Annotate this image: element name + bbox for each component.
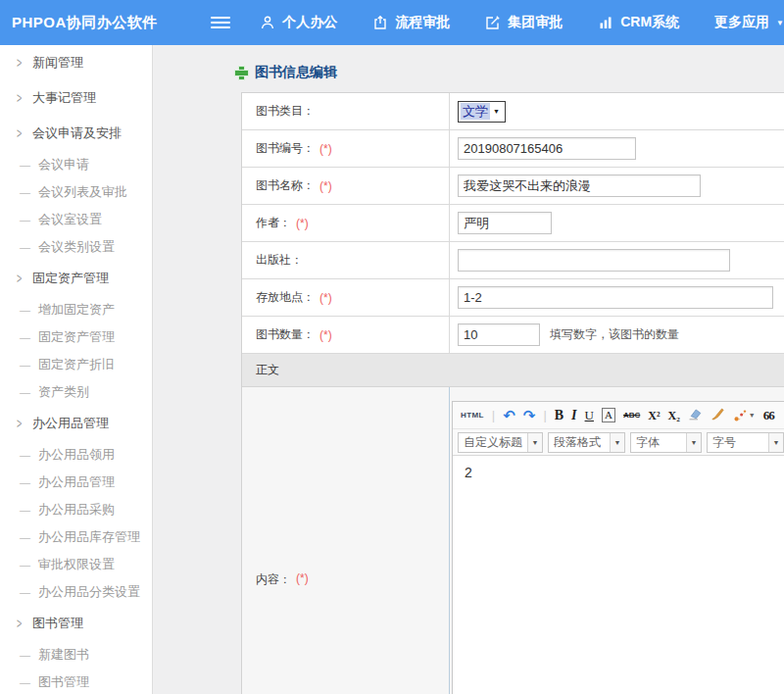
nav-process-approval[interactable]: 流程审批 — [372, 14, 450, 31]
sidebar-group-supplies[interactable]: >办公用品管理 — [0, 406, 152, 441]
main-content: 图书信息编辑 图书类目： 文学 ▼ 图书编号：(*) 图书名称：(*) — [153, 45, 784, 694]
sidebar-item-meeting-list[interactable]: —会议列表及审批 — [0, 178, 152, 206]
eraser-button[interactable] — [688, 407, 703, 423]
caret-down-icon: ▼ — [490, 108, 503, 115]
book-code-input[interactable] — [458, 137, 636, 160]
blockquote-button[interactable]: 66 — [763, 409, 774, 421]
form-row-content: 内容：(*) HTML | ↶ ↷ | B I U A — [242, 387, 784, 694]
format-brush-button[interactable] — [710, 407, 725, 423]
sidebar-group-assets[interactable]: >固定资产管理 — [0, 261, 152, 296]
nav-crm-system[interactable]: CRM系统 — [598, 14, 679, 31]
sidebar-item-supplies-manage[interactable]: —办公用品管理 — [0, 469, 152, 496]
sidebar-item-label: 办公用品管理 — [38, 473, 115, 491]
editor-content-area[interactable]: 2 — [453, 456, 784, 694]
nav-more-apps[interactable]: 更多应用 ▼ — [714, 14, 784, 31]
sidebar-item-supplies-purchase[interactable]: —办公用品采购 — [0, 496, 152, 523]
sidebar-item-label: 固定资产管理 — [38, 328, 115, 346]
sidebar-item-asset-depreciation[interactable]: —固定资产折旧 — [0, 351, 152, 378]
caret-down-icon: ▼ — [527, 433, 542, 452]
bar-chart-icon — [598, 15, 613, 30]
dropdown-value: 字号 — [708, 433, 768, 452]
author-input[interactable] — [458, 212, 552, 234]
top-header: PHPOA协同办公软件 个人办公 流程审批 集团审批 CRM系统 — [0, 0, 784, 45]
sidebar-item-label: 新建图书 — [38, 646, 89, 664]
sidebar-item-asset-manage[interactable]: —固定资产管理 — [0, 323, 152, 351]
hamburger-menu-icon[interactable] — [211, 14, 230, 31]
bold-button[interactable]: B — [555, 409, 564, 422]
publisher-input[interactable] — [458, 249, 730, 272]
dash-icon: — — [20, 214, 30, 225]
dash-icon: — — [20, 531, 30, 543]
strikethrough-button[interactable]: ABC — [623, 412, 640, 420]
undo-button[interactable]: ↶ — [503, 408, 515, 422]
sidebar-group-label: 固定资产管理 — [32, 270, 109, 287]
location-input[interactable] — [458, 286, 773, 309]
book-name-input[interactable] — [458, 174, 701, 197]
sidebar-item-meeting-apply[interactable]: —会议申请 — [0, 151, 152, 178]
sidebar-item-label: 办公用品分类设置 — [38, 583, 140, 601]
dash-icon: — — [20, 586, 30, 598]
caret-down-icon: ▼ — [610, 433, 624, 452]
chevron-right-icon: > — [17, 271, 22, 287]
chevron-right-icon: > — [17, 416, 22, 432]
form-row-category: 图书类目： 文学 ▼ — [242, 93, 784, 130]
field-label: 存放地点：(*) — [242, 279, 450, 316]
form-row-quantity: 图书数量：(*) 填写数字，该图书的数量 — [242, 317, 784, 354]
superscript-button[interactable]: X² — [648, 410, 660, 421]
sidebar-group-books[interactable]: >图书管理 — [0, 606, 152, 641]
sidebar-item-label: 图书管理 — [38, 673, 89, 691]
font-size-dropdown[interactable]: 字号 ▼ — [707, 432, 784, 453]
subscript-button[interactable]: X₂ — [668, 410, 680, 421]
dash-icon: — — [20, 476, 30, 488]
selected-option: 文学 — [461, 103, 490, 120]
sidebar-item-meeting-room[interactable]: —会议室设置 — [0, 206, 152, 233]
font-color-button[interactable]: A — [602, 408, 615, 422]
custom-title-dropdown[interactable]: 自定义标题 ▼ — [458, 432, 543, 453]
dash-icon: — — [20, 559, 30, 570]
field-label: 图书编号：(*) — [242, 130, 450, 167]
nav-group-approval[interactable]: 集团审批 — [485, 14, 563, 31]
sidebar-item-supplies-claim[interactable]: —办公用品领用 — [0, 441, 152, 469]
field-label: 作者：(*) — [242, 205, 450, 241]
html-source-button[interactable]: HTML — [461, 412, 484, 420]
sidebar-item-asset-category[interactable]: —资产类别 — [0, 378, 152, 406]
sidebar-item-asset-add[interactable]: —增加固定资产 — [0, 296, 152, 323]
chevron-right-icon: > — [17, 90, 22, 107]
category-select[interactable]: 文学 ▼ — [458, 101, 506, 123]
sidebar-item-book-new[interactable]: —新建图书 — [0, 641, 152, 669]
sidebar-item-label: 办公用品领用 — [38, 446, 115, 464]
sidebar-item-supplies-inventory[interactable]: —办公用品库存管理 — [0, 523, 152, 551]
sidebar-item-supplies-category[interactable]: —办公用品分类设置 — [0, 578, 152, 606]
sidebar-item-label: 会议室设置 — [38, 211, 102, 228]
sidebar-item-meeting-category[interactable]: —会议类别设置 — [0, 233, 152, 261]
editor-toolbar-row2: 自定义标题 ▼ 段落格式 ▼ 字体 ▼ — [453, 429, 784, 456]
sidebar-group-label: 大事记管理 — [32, 89, 96, 107]
sidebar-group-events[interactable]: >大事记管理 — [0, 80, 152, 116]
underline-button[interactable]: U — [585, 409, 594, 421]
caret-down-icon: ▼ — [686, 433, 701, 452]
sidebar-item-label: 固定资产折旧 — [38, 356, 115, 373]
dash-icon: — — [20, 159, 30, 171]
page-title: 图书信息编辑 — [235, 64, 784, 81]
required-mark: (*) — [319, 291, 332, 305]
font-family-dropdown[interactable]: 字体 ▼ — [630, 432, 702, 453]
chevron-right-icon: > — [17, 616, 22, 632]
sidebar-group-label: 办公用品管理 — [32, 415, 109, 432]
italic-button[interactable]: I — [571, 409, 576, 422]
quantity-input[interactable] — [458, 323, 540, 346]
sidebar-item-approval-permission[interactable]: —审批权限设置 — [0, 551, 152, 578]
redo-button[interactable]: ↷ — [523, 408, 536, 422]
sidebar-group-label: 会议申请及安排 — [32, 124, 122, 142]
sidebar-group-news[interactable]: >新闻管理 — [0, 45, 152, 80]
caret-down-icon: ▼ — [768, 433, 783, 452]
dash-icon: — — [20, 331, 30, 343]
sidebar-group-meeting[interactable]: >会议申请及安排 — [0, 116, 152, 151]
sidebar-item-book-manage[interactable]: —图书管理 — [0, 669, 152, 694]
paragraph-format-dropdown[interactable]: 段落格式 ▼ — [548, 432, 625, 453]
form-row-book-name: 图书名称：(*) — [242, 168, 784, 205]
dash-icon: — — [20, 449, 30, 461]
nav-personal-office[interactable]: 个人办公 — [260, 14, 337, 31]
required-mark: (*) — [319, 142, 332, 156]
autotypeset-button[interactable]: ▼ — [733, 409, 756, 422]
form-row-book-code: 图书编号：(*) — [242, 130, 784, 168]
